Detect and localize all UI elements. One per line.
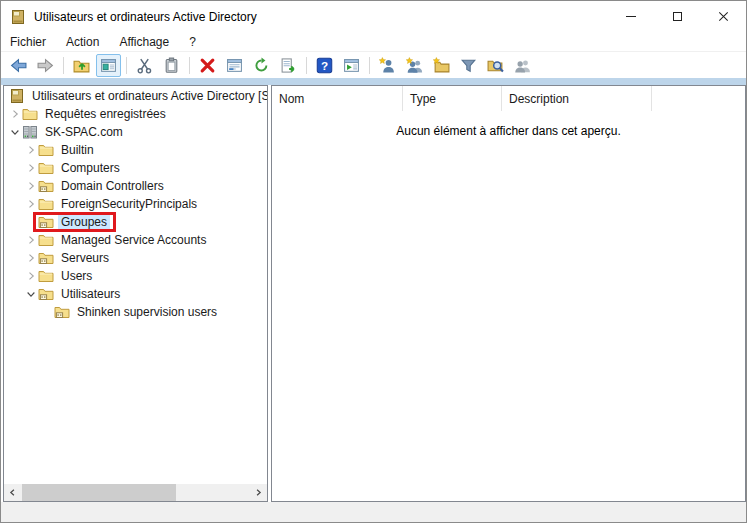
export-list-button[interactable] (276, 54, 301, 77)
find-icon (487, 57, 504, 74)
show-console-tree-icon (100, 57, 117, 74)
chevron-collapsed-icon[interactable] (24, 160, 38, 176)
ou-icon (54, 304, 70, 320)
scroll-left-icon (8, 488, 17, 497)
tree-item-managed-service-accounts[interactable]: Managed Service Accounts (4, 231, 267, 249)
domain-icon (22, 124, 38, 140)
ou-icon (38, 250, 54, 266)
tree-item-label: Requêtes enregistrées (42, 106, 169, 122)
column-header-type[interactable]: Type (403, 86, 502, 111)
show-window-icon (343, 57, 360, 74)
chevron-collapsed-icon[interactable] (24, 268, 38, 284)
tree-item-users[interactable]: Users (4, 267, 267, 285)
filter-button[interactable] (456, 54, 481, 77)
chevron-expanded-icon[interactable] (24, 286, 38, 302)
new-user-icon (379, 57, 396, 74)
new-ou-icon (433, 57, 450, 74)
chevron-collapsed-icon[interactable] (24, 250, 38, 266)
ou-icon (38, 286, 54, 302)
title-bar: Utilisateurs et ordinateurs Active Direc… (1, 1, 746, 32)
new-ou-button[interactable] (429, 54, 454, 77)
maximize-button[interactable] (654, 1, 700, 32)
tree-item-serveurs[interactable]: Serveurs (4, 249, 267, 267)
tree-item-label: SK-SPAC.com (42, 124, 126, 140)
tree-item-foreignsecurityprincipals[interactable]: ForeignSecurityPrincipals (4, 195, 267, 213)
close-icon (716, 9, 731, 24)
help-button[interactable] (312, 54, 337, 77)
chevron-collapsed-icon[interactable] (8, 106, 22, 122)
properties-button[interactable] (222, 54, 247, 77)
find-button[interactable] (483, 54, 508, 77)
tree-item-computers[interactable]: Computers (4, 159, 267, 177)
column-header-filler (652, 86, 745, 111)
maximize-icon (673, 12, 682, 21)
cut-button[interactable] (132, 54, 157, 77)
scroll-left-button[interactable] (4, 484, 21, 501)
toolbar (1, 51, 746, 78)
filter-icon (460, 57, 477, 74)
scrollbar-track[interactable] (21, 484, 250, 501)
scrollbar-thumb[interactable] (22, 484, 176, 501)
status-bar (1, 502, 746, 522)
chevron-placeholder (24, 214, 38, 230)
tree-item-groupes[interactable]: Groupes (4, 213, 267, 231)
tree-item-label: Managed Service Accounts (58, 232, 209, 248)
minimize-button[interactable] (608, 1, 654, 32)
show-window-button[interactable] (339, 54, 364, 77)
advanced-users-icon (514, 57, 531, 74)
content-top-band (1, 78, 746, 85)
list-header: Nom Type Description (272, 86, 745, 111)
window-title: Utilisateurs et ordinateurs Active Direc… (34, 10, 257, 24)
console-icon (10, 9, 26, 25)
column-header-description[interactable]: Description (502, 86, 652, 111)
tree-item-label: Computers (58, 160, 123, 176)
tree-item-builtin[interactable]: Builtin (4, 141, 267, 159)
chevron-collapsed-icon[interactable] (24, 142, 38, 158)
properties-icon (226, 57, 243, 74)
toolbar-separator (126, 57, 127, 74)
menu-help[interactable]: ? (189, 35, 206, 49)
tree-item-shinken-supervision-users[interactable]: Shinken supervision users (4, 303, 267, 321)
add-member-button[interactable] (402, 54, 427, 77)
scroll-right-button[interactable] (250, 484, 267, 501)
chevron-collapsed-icon[interactable] (24, 196, 38, 212)
up-level-button[interactable] (69, 54, 94, 77)
tree-item-domain-controllers[interactable]: Domain Controllers (4, 177, 267, 195)
chevron-expanded-icon[interactable] (8, 124, 22, 140)
tree-rows: Utilisateurs et ordinateurs Active Direc… (4, 86, 267, 321)
show-console-tree-button[interactable] (96, 54, 121, 77)
folder-icon (38, 142, 54, 158)
menu-bar: Fichier Action Affichage ? (1, 32, 746, 51)
tree-item-label: Groupes (58, 214, 110, 230)
chevron-collapsed-icon[interactable] (24, 232, 38, 248)
up-level-icon (73, 57, 90, 74)
advanced-users-button[interactable] (510, 54, 535, 77)
forward-button[interactable] (33, 54, 58, 77)
content-area: Utilisateurs et ordinateurs Active Direc… (1, 85, 746, 502)
back-button[interactable] (6, 54, 31, 77)
tree-item-sk-spac-com[interactable]: SK-SPAC.com (4, 123, 267, 141)
chevron-placeholder (40, 304, 54, 320)
minimize-icon (626, 16, 636, 17)
ou-icon (38, 214, 54, 230)
back-icon (10, 57, 27, 74)
tree-item-label: Utilisateurs et ordinateurs Active Direc… (29, 88, 268, 104)
menu-fichier[interactable]: Fichier (10, 35, 56, 49)
delete-button[interactable] (195, 54, 220, 77)
new-user-button[interactable] (375, 54, 400, 77)
tree-item-label: Utilisateurs (58, 286, 123, 302)
paste-button[interactable] (159, 54, 184, 77)
console-tree-pane: Utilisateurs et ordinateurs Active Direc… (3, 85, 268, 502)
tree-item-utilisateurs-et-ordinateurs-active-directory-sp[interactable]: Utilisateurs et ordinateurs Active Direc… (4, 87, 267, 105)
chevron-collapsed-icon[interactable] (24, 178, 38, 194)
menu-action[interactable]: Action (66, 35, 109, 49)
menu-affichage[interactable]: Affichage (119, 35, 179, 49)
column-header-nom[interactable]: Nom (272, 86, 403, 111)
refresh-button[interactable] (249, 54, 274, 77)
close-button[interactable] (700, 1, 746, 32)
ou-icon (38, 178, 54, 194)
folder-icon (38, 232, 54, 248)
tree-item-requ-tes-enregistr-es[interactable]: Requêtes enregistrées (4, 105, 267, 123)
tree-item-utilisateurs[interactable]: Utilisateurs (4, 285, 267, 303)
scroll-right-icon (254, 488, 263, 497)
